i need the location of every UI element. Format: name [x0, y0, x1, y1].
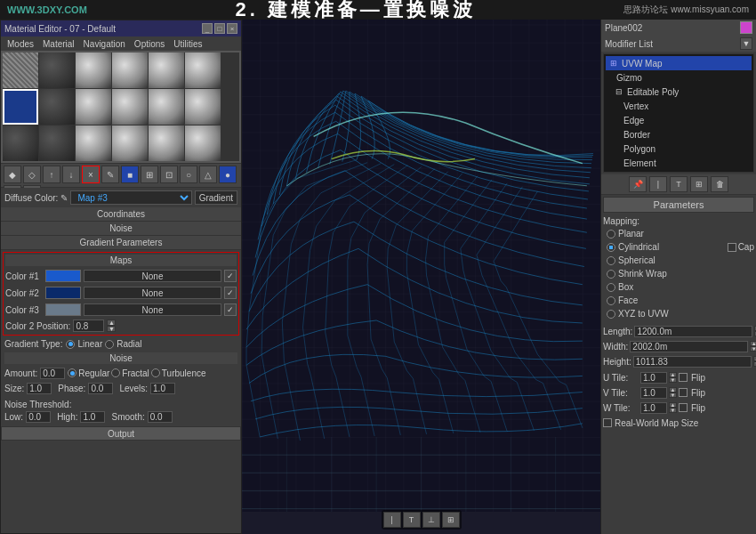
sphere-12[interactable] — [185, 89, 221, 125]
noise-high-input[interactable] — [80, 411, 105, 423]
sphere-6[interactable] — [185, 53, 221, 88]
noise-phase-input[interactable] — [88, 383, 113, 394]
sphere-9[interactable] — [76, 89, 111, 125]
modifier-edge[interactable]: Edge — [606, 113, 752, 127]
dim-width-input[interactable] — [630, 341, 748, 352]
map-box-radio[interactable] — [607, 283, 615, 292]
dim-height-input[interactable] — [633, 356, 752, 368]
w-tile-input[interactable] — [640, 402, 667, 414]
map-planar-radio[interactable] — [607, 230, 615, 239]
gradient-type-linear-radio[interactable] — [66, 340, 75, 349]
sphere-11[interactable] — [149, 89, 184, 125]
color-1-swatch[interactable] — [45, 270, 81, 282]
menu-material[interactable]: Material — [38, 39, 79, 49]
noise-levels-input[interactable] — [150, 383, 175, 394]
tool-btn-6[interactable]: ✎ — [101, 166, 119, 183]
v-tile-down[interactable]: ▼ — [669, 392, 677, 398]
tool-btn-9[interactable]: ⊡ — [160, 166, 178, 183]
color-2-swatch[interactable] — [45, 287, 81, 299]
modifier-border[interactable]: Border — [606, 127, 752, 142]
sphere-10[interactable] — [112, 89, 148, 125]
sphere-7[interactable] — [3, 89, 38, 125]
close-button[interactable]: × — [227, 23, 237, 34]
u-tile-down[interactable]: ▼ — [669, 377, 677, 383]
sphere-2[interactable] — [39, 53, 75, 88]
sphere-3[interactable] — [76, 53, 111, 88]
sphere-8[interactable] — [39, 89, 75, 125]
pencil-icon[interactable]: ✎ — [60, 193, 68, 203]
tool-btn-2[interactable]: ◇ — [23, 166, 41, 183]
map-shrinkwrap-radio[interactable] — [607, 270, 615, 279]
color2-pos-down[interactable]: ▼ — [107, 326, 116, 332]
output-button[interactable]: Output — [1, 426, 241, 441]
sphere-15[interactable] — [76, 125, 111, 161]
mod-bone-btn[interactable]: T — [670, 176, 688, 192]
tool-btn-7[interactable]: ■ — [121, 166, 139, 183]
vp-btn-3[interactable]: ⊥ — [422, 512, 440, 528]
mod-move-up-btn[interactable]: | — [649, 176, 667, 192]
sphere-18[interactable] — [185, 125, 221, 161]
tool-btn-3[interactable]: ↑ — [43, 166, 60, 183]
menu-utilities[interactable]: Utilities — [169, 39, 206, 49]
gradient-type-radial-radio[interactable] — [105, 340, 114, 349]
sphere-16[interactable] — [112, 125, 148, 161]
dim-length-input[interactable] — [634, 326, 752, 337]
tool-btn-4[interactable]: ↓ — [62, 166, 80, 183]
vp-btn-2[interactable]: T — [403, 512, 421, 528]
noise-regular-radio[interactable] — [68, 368, 76, 377]
u-tile-input[interactable] — [640, 372, 667, 384]
w-tile-down[interactable]: ▼ — [669, 408, 677, 413]
map-dropdown[interactable]: Map #3 — [70, 190, 191, 205]
gradient-params-header[interactable]: Gradient Parameters — [1, 236, 241, 250]
color2-pos-input[interactable] — [73, 320, 104, 332]
sphere-1[interactable] — [3, 53, 38, 88]
modifier-vertex[interactable]: Vertex — [606, 99, 752, 113]
noise-section-header[interactable]: Noise — [1, 222, 241, 236]
mod-pin-btn[interactable]: 📌 — [629, 176, 647, 192]
tool-btn-1[interactable]: ◆ — [4, 166, 21, 183]
noise-turbulence-radio[interactable] — [151, 368, 160, 377]
v-tile-input[interactable] — [640, 387, 667, 399]
modifier-list-dropdown[interactable]: ▼ — [740, 37, 752, 50]
modifier-editable-poly[interactable]: ⊟ Editable Poly — [606, 85, 752, 99]
mod-delete-btn[interactable]: 🗑 — [711, 176, 728, 192]
color-2-check[interactable]: ✓ — [224, 287, 237, 299]
map-face-radio[interactable] — [607, 296, 615, 305]
tool-btn-8[interactable]: ⊞ — [141, 166, 158, 183]
menu-options[interactable]: Options — [130, 39, 169, 49]
coordinates-section[interactable]: Coordinates — [1, 207, 241, 222]
menu-modes[interactable]: Modes — [3, 39, 38, 49]
dim-width-down[interactable]: ▼ — [750, 346, 756, 352]
vp-btn-4[interactable]: ⊞ — [442, 512, 460, 528]
mod-settings-btn[interactable]: ⊞ — [690, 176, 708, 192]
tool-btn-11[interactable]: △ — [199, 166, 217, 183]
noise-smooth-input[interactable] — [148, 411, 173, 423]
noise-fractal-radio[interactable] — [111, 368, 120, 377]
menu-navigation[interactable]: Navigation — [79, 39, 130, 49]
map-xyz-radio[interactable] — [607, 310, 615, 319]
map-spherical-radio[interactable] — [607, 256, 615, 265]
color2-pos-up[interactable]: ▲ — [107, 320, 116, 326]
minimize-button[interactable]: _ — [202, 23, 213, 34]
modifier-gizmo[interactable]: Gizmo — [606, 70, 752, 85]
color-3-none[interactable]: None — [84, 303, 221, 316]
noise-amount-input[interactable] — [40, 368, 65, 379]
sphere-17[interactable] — [149, 125, 184, 161]
noise-low-input[interactable] — [26, 411, 51, 423]
u-flip-check[interactable] — [679, 373, 688, 382]
modifier-polygon[interactable]: Polygon — [606, 142, 752, 156]
v-flip-check[interactable] — [679, 388, 688, 397]
color-1-check[interactable]: ✓ — [224, 270, 237, 282]
tool-btn-10[interactable]: ○ — [180, 166, 197, 183]
noise-size-input[interactable] — [27, 383, 52, 394]
gradient-button[interactable]: Gradient — [195, 190, 237, 205]
color-3-swatch[interactable] — [45, 303, 81, 316]
modifier-uvw-map[interactable]: ⊞ UVW Map — [606, 56, 752, 70]
color-3-check[interactable]: ✓ — [224, 303, 237, 316]
real-world-check[interactable] — [603, 418, 612, 427]
sphere-14[interactable] — [39, 125, 75, 161]
tool-btn-5[interactable]: × — [82, 166, 100, 183]
maximize-button[interactable]: □ — [214, 23, 225, 34]
tool-btn-12[interactable]: ● — [219, 166, 237, 183]
modifier-element[interactable]: Element — [606, 156, 752, 170]
